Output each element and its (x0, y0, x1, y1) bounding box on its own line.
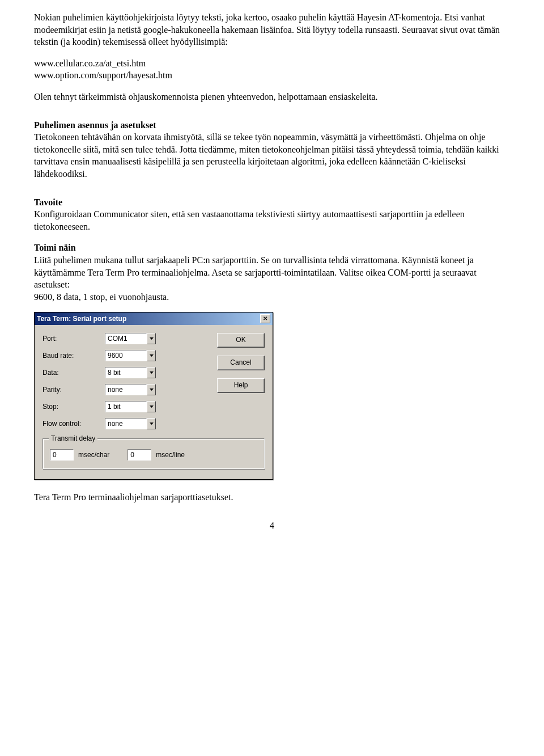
port-value: COM1 (105, 333, 147, 344)
port-combo[interactable]: COM1 (105, 333, 156, 344)
flow-combo[interactable]: none (105, 418, 156, 429)
settings-line: 9600, 8 data, 1 stop, ei vuonohjausta. (34, 291, 510, 303)
svg-marker-1 (150, 354, 154, 357)
ok-button[interactable]: OK (217, 333, 265, 348)
help-button[interactable]: Help (217, 378, 265, 393)
section-heading-asennus: Puhelimen asennus ja asetukset (34, 120, 156, 130)
close-icon: ✕ (263, 316, 267, 322)
cancel-button[interactable]: Cancel (217, 356, 265, 370)
transmit-delay-group: Transmit delay 0 msec/char 0 msec/line (42, 438, 265, 469)
link-list: www.cellular.co.za/at_etsi.htm www.optio… (34, 57, 510, 82)
section-heading-toimi: Toimi näin (34, 243, 76, 252)
svg-marker-5 (150, 423, 154, 425)
flow-value: none (105, 418, 147, 429)
paragraph: Nokian puhelimien käyttöohjekirjoista lö… (34, 11, 510, 48)
stop-label: Stop: (42, 403, 105, 411)
baud-value: 9600 (105, 350, 147, 361)
chevron-down-icon[interactable] (147, 333, 156, 344)
group-legend: Transmit delay (49, 434, 97, 442)
data-value: 8 bit (105, 367, 147, 378)
dialog-button-column: OK Cancel Help (217, 333, 265, 393)
svg-marker-2 (150, 371, 154, 374)
svg-marker-3 (150, 388, 154, 391)
baud-label: Baud rate: (42, 352, 105, 360)
page-number: 4 (34, 521, 510, 531)
baud-combo[interactable]: 9600 (105, 350, 156, 361)
chevron-down-icon[interactable] (147, 418, 156, 429)
chevron-down-icon[interactable] (147, 367, 156, 378)
parity-combo[interactable]: none (105, 384, 156, 395)
delay-char-unit: msec/char (78, 451, 109, 459)
delay-char-input[interactable]: 0 (50, 449, 74, 461)
data-label: Data: (42, 369, 105, 377)
stop-row: Stop: 1 bit (42, 401, 265, 412)
parity-value: none (105, 384, 147, 395)
dialog-body: OK Cancel Help Port: COM1 Baud rate: 960… (35, 325, 273, 479)
serial-port-setup-dialog: Tera Term: Serial port setup ✕ OK Cancel… (34, 312, 273, 480)
paragraph: Olen tehnyt tärkeimmistä ohjauskomennois… (34, 91, 510, 103)
close-button[interactable]: ✕ (260, 314, 270, 323)
url-text: www.option.com/support/hayesat.htm (34, 70, 172, 80)
figure-caption: Tera Term Pro terminaaliohjelman sarjapo… (34, 491, 510, 504)
dialog-title: Tera Term: Serial port setup (37, 315, 126, 323)
stop-value: 1 bit (105, 401, 147, 412)
svg-marker-4 (150, 406, 154, 408)
section-heading-tavoite: Tavoite (34, 197, 62, 207)
document-page: Nokian puhelimien käyttöohjekirjoista lö… (0, 0, 544, 554)
paragraph: Tietokoneen tehtävähän on korvata ihmist… (34, 131, 510, 180)
parity-label: Parity: (42, 386, 105, 394)
port-label: Port: (42, 335, 105, 343)
url-text: www.cellular.co.za/at_etsi.htm (34, 58, 146, 68)
paragraph: Konfiguroidaan Communicator siten, että … (34, 208, 510, 233)
paragraph: Liitä puhelimen mukana tullut sarjakaape… (34, 254, 510, 291)
delay-line-unit: msec/line (156, 451, 185, 459)
flow-row: Flow control: none (42, 418, 265, 429)
chevron-down-icon[interactable] (147, 384, 156, 395)
flow-label: Flow control: (42, 420, 105, 428)
delay-line-input[interactable]: 0 (128, 449, 151, 461)
data-combo[interactable]: 8 bit (105, 367, 156, 378)
svg-marker-0 (150, 337, 154, 340)
dialog-titlebar: Tera Term: Serial port setup ✕ (35, 312, 273, 325)
chevron-down-icon[interactable] (147, 401, 156, 412)
chevron-down-icon[interactable] (147, 350, 156, 361)
stop-combo[interactable]: 1 bit (105, 401, 156, 412)
